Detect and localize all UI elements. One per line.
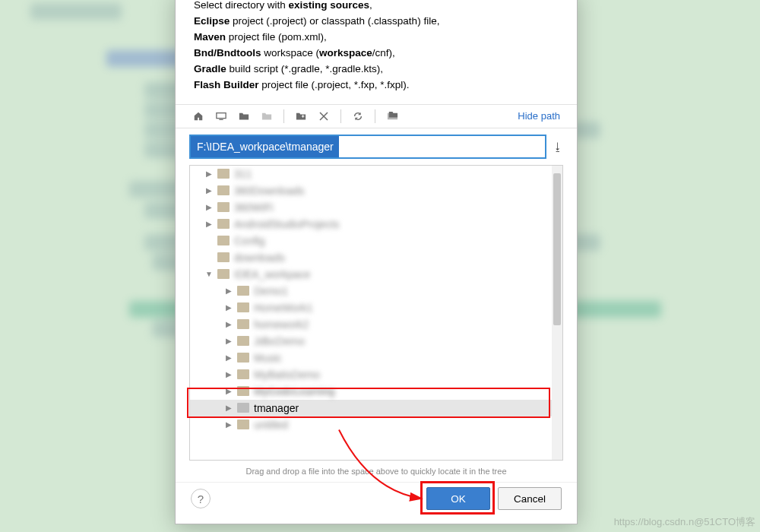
tree-item-label: IDEA_workpace <box>234 268 310 280</box>
folder-icon <box>237 319 249 329</box>
tree-item-label: MyBatisDemo <box>254 369 320 381</box>
delete-icon[interactable] <box>318 110 330 122</box>
folder-icon <box>237 286 249 296</box>
project-icon[interactable] <box>238 110 250 122</box>
tree-item[interactable]: ▶homework2 <box>190 316 562 333</box>
separator <box>283 109 284 123</box>
expand-icon[interactable]: ▼ <box>205 270 213 278</box>
expand-icon[interactable]: ▶ <box>225 287 233 295</box>
cancel-button[interactable]: Cancel <box>498 487 562 510</box>
tree-item-label: Config <box>234 235 264 247</box>
tree-item[interactable]: Config <box>190 233 562 249</box>
tree-item-label: tmanager <box>254 402 299 414</box>
tree-item[interactable]: ▶untitled <box>190 416 562 433</box>
new-folder-icon[interactable] <box>295 110 307 122</box>
watermark: https://blog.csdn.n@51CTO博客 <box>614 515 755 529</box>
folder-icon <box>237 336 249 346</box>
directory-tree[interactable]: ▶311▶360Downloads▶360WiFi▶AndroidStudioP… <box>189 165 563 461</box>
scrollbar[interactable] <box>552 166 562 460</box>
expand-icon[interactable]: ▶ <box>205 169 213 178</box>
folder-icon <box>217 252 230 262</box>
desktop-icon[interactable] <box>215 110 227 122</box>
tree-item[interactable]: ▶MyBatisDemo <box>190 366 562 383</box>
tree-item[interactable]: ▶360WiFi <box>190 199 562 216</box>
tree-item-label: AndroidStudioProjects <box>234 218 340 230</box>
folder-icon <box>217 185 230 195</box>
expand-icon[interactable]: ▶ <box>205 186 213 195</box>
scrollbar-thumb[interactable] <box>553 173 561 325</box>
folder-icon <box>237 420 249 429</box>
show-hidden-icon[interactable] <box>386 110 398 122</box>
tree-item[interactable]: ▶Music <box>190 350 562 366</box>
svg-rect-0 <box>217 112 226 118</box>
path-row: F:\IDEA_workpace\tmanager ⭳ <box>176 128 577 162</box>
tree-item[interactable]: ▶JdbcDemo <box>190 333 562 350</box>
tree-item-label: MyCodeLearning <box>254 385 335 397</box>
folder-icon <box>217 202 230 212</box>
import-project-dialog: Select directory with existing sources, … <box>175 0 578 524</box>
refresh-icon[interactable] <box>352 110 364 122</box>
tree-item-label: HomeWork1 <box>254 302 313 314</box>
dialog-button-row: ? OK Cancel <box>176 482 577 524</box>
tree-item[interactable]: ▶360Downloads <box>190 182 562 199</box>
folder-icon <box>237 386 249 396</box>
folder-icon <box>237 369 249 379</box>
expand-icon[interactable]: ▶ <box>225 404 233 412</box>
expand-icon[interactable]: ▶ <box>205 203 213 211</box>
path-input[interactable]: F:\IDEA_workpace\tmanager <box>189 135 546 159</box>
folder-icon <box>237 302 249 312</box>
ok-button[interactable]: OK <box>426 487 490 510</box>
folder-icon <box>237 403 249 413</box>
tree-item[interactable]: ▶HomeWork1 <box>190 299 562 316</box>
hide-path-link[interactable]: Hide path <box>518 110 560 122</box>
expand-icon[interactable]: ▶ <box>225 303 233 312</box>
tree-item[interactable]: ▼IDEA_workpace <box>190 266 562 283</box>
expand-icon[interactable]: ▶ <box>205 220 213 228</box>
tree-item-label: JdbcDemo <box>254 335 305 347</box>
tree-item[interactable]: ▶MyCodeLearning <box>190 383 562 400</box>
folder-icon <box>217 219 230 229</box>
tree-item-label: Demo1 <box>254 285 288 297</box>
expand-icon[interactable]: ▶ <box>225 320 233 328</box>
expand-icon[interactable]: ▶ <box>225 337 233 345</box>
tree-item-label: homework2 <box>254 318 309 331</box>
expand-icon[interactable]: ▶ <box>225 387 233 395</box>
download-icon[interactable]: ⭳ <box>553 141 563 153</box>
separator <box>340 109 341 123</box>
tree-item[interactable]: ▶311 <box>190 166 562 182</box>
expand-icon[interactable]: ▶ <box>225 353 233 362</box>
folder-icon <box>217 236 230 245</box>
file-chooser-toolbar: Hide path <box>176 104 577 128</box>
folder-icon <box>217 169 230 179</box>
drag-drop-hint: Drag and drop a file into the space abov… <box>176 462 577 482</box>
home-icon[interactable] <box>192 110 204 122</box>
tree-item-selected[interactable]: ▶tmanager <box>190 400 562 416</box>
module-icon[interactable] <box>261 110 273 122</box>
folder-icon <box>237 353 249 363</box>
tree-item[interactable]: downloads <box>190 249 562 266</box>
tree-item-label: 360WiFi <box>234 201 273 214</box>
separator <box>375 109 375 123</box>
tree-item-label: untitled <box>254 419 288 431</box>
tree-item-label: Music <box>254 352 282 364</box>
tree-item[interactable]: ▶Demo1 <box>190 283 562 299</box>
expand-icon[interactable]: ▶ <box>225 420 233 429</box>
expand-icon[interactable]: ▶ <box>225 370 233 378</box>
tree-item-label: downloads <box>234 252 285 264</box>
help-button[interactable]: ? <box>191 489 211 508</box>
instructions-text: Select directory with existing sources, … <box>176 0 577 104</box>
folder-icon <box>217 269 230 279</box>
tree-item-label: 360Downloads <box>234 185 305 197</box>
tree-item-label: 311 <box>234 168 252 180</box>
tree-item[interactable]: ▶AndroidStudioProjects <box>190 216 562 233</box>
